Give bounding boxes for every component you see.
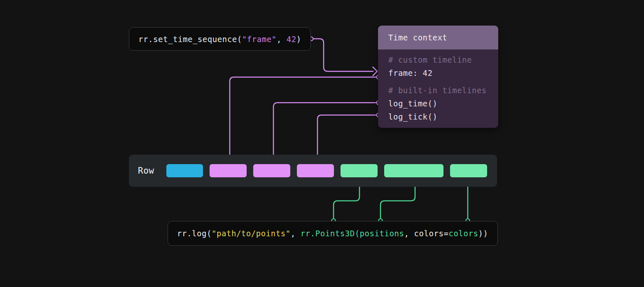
panel-line: frame: 42 (388, 66, 498, 80)
code-token: colors (448, 229, 478, 238)
time-context-panel: Time context # custom timelineframe: 42#… (378, 26, 498, 128)
code-token: 42 (287, 35, 296, 44)
row-block-green (450, 164, 487, 177)
panel-title: Time context (388, 33, 447, 42)
code-token: , (291, 229, 301, 238)
row-block-purple (210, 164, 247, 177)
code-token: rr.log( (177, 229, 212, 238)
diagram-canvas: rr.set_time_sequence("frame", 42) Time c… (0, 0, 644, 287)
set-time-code-box: rr.set_time_sequence("frame", 42) (129, 27, 311, 51)
time-context-body: # custom timelineframe: 42# built-in tim… (378, 49, 498, 123)
code-token: "path/to/points" (212, 229, 291, 238)
log-code-box: rr.log("path/to/points", rr.Points3D(pos… (168, 221, 498, 246)
code-token: ) (296, 35, 301, 44)
panel-line: log_tick() (388, 110, 498, 123)
time-context-header: Time context (378, 26, 498, 49)
code-token: , (404, 229, 414, 238)
row-blocks (166, 164, 487, 177)
arrow-log-tick-to-block (317, 115, 376, 161)
code-token: rr.set_time_sequence( (138, 35, 242, 44)
panel-line: log_time() (388, 97, 498, 110)
timeline-row: Row (129, 155, 497, 187)
arrow-log-time-to-block (273, 103, 376, 161)
arrow-frame-to-block (230, 77, 376, 161)
row-block-blue (166, 164, 203, 177)
set-time-code: rr.set_time_sequence("frame", 42) (138, 35, 301, 44)
panel-line: # custom timeline (388, 53, 498, 66)
code-token: )) (478, 229, 488, 238)
code-token: colors= (414, 229, 449, 238)
row-block-purple (253, 164, 290, 177)
row-block-green (384, 164, 443, 177)
code-token: , (277, 35, 287, 44)
row-label: Row (138, 166, 166, 176)
arrowhead-right-icon (373, 67, 378, 76)
arrow-set-time-to-frame (313, 39, 373, 71)
code-token: "frame" (242, 35, 277, 44)
panel-line: # built-in timelines (388, 84, 498, 97)
row-block-purple (297, 164, 334, 177)
row-block-green (341, 164, 378, 177)
code-token: rr.Points3D(positions (301, 229, 404, 238)
log-code: rr.log("path/to/points", rr.Points3D(pos… (177, 229, 488, 238)
